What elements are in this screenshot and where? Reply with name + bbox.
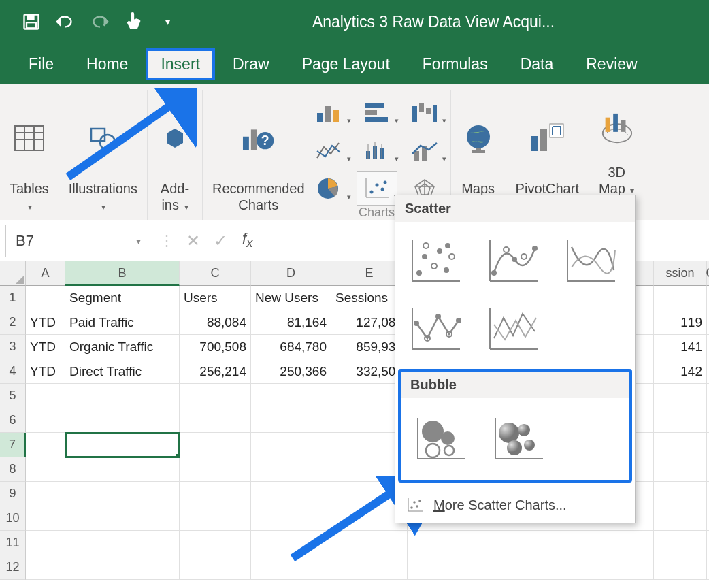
- bubble-chart[interactable]: [410, 412, 472, 466]
- cell[interactable]: [65, 555, 180, 580]
- stock-chart-button[interactable]: ▾: [357, 133, 397, 167]
- cell[interactable]: YTD: [26, 335, 65, 359]
- cell[interactable]: 700,508: [180, 335, 251, 359]
- enter-icon[interactable]: ✓: [207, 231, 234, 250]
- cell[interactable]: [65, 482, 180, 506]
- cell[interactable]: 88,084: [180, 310, 251, 335]
- cell[interactable]: [180, 433, 251, 457]
- tab-review[interactable]: Review: [571, 48, 652, 80]
- cell[interactable]: [26, 286, 65, 310]
- cell[interactable]: 119: [654, 310, 707, 335]
- cell[interactable]: [26, 555, 65, 580]
- col-header[interactable]: ssion: [654, 261, 707, 286]
- customize-qat-icon[interactable]: ▾: [156, 11, 178, 33]
- cell[interactable]: [654, 506, 707, 531]
- cell[interactable]: [654, 555, 707, 580]
- cell[interactable]: [654, 384, 707, 408]
- row-header[interactable]: 1: [0, 286, 26, 310]
- cell[interactable]: [180, 506, 251, 531]
- waterfall-chart-button[interactable]: ▾: [404, 95, 445, 129]
- cell[interactable]: [180, 457, 251, 482]
- cell[interactable]: [180, 482, 251, 506]
- scatter-straight-lines[interactable]: [482, 302, 544, 357]
- tab-formulas[interactable]: Formulas: [408, 48, 503, 80]
- row-header[interactable]: 3: [0, 335, 26, 359]
- ribbon-group-recommended-charts[interactable]: ? Recommended Charts: [203, 90, 309, 220]
- cell[interactable]: Segment: [65, 286, 180, 310]
- cell[interactable]: [26, 482, 65, 506]
- pie-chart-button[interactable]: ▾: [309, 172, 350, 206]
- cell[interactable]: 141: [654, 335, 707, 359]
- cell[interactable]: Paid Traffic: [65, 310, 180, 335]
- cell[interactable]: [408, 531, 654, 555]
- cell[interactable]: [251, 433, 331, 457]
- cell[interactable]: [65, 531, 180, 555]
- cell[interactable]: [408, 555, 654, 580]
- cell[interactable]: [654, 433, 707, 457]
- cell[interactable]: [26, 457, 65, 482]
- cell[interactable]: 250,366: [251, 359, 331, 384]
- undo-icon[interactable]: [54, 11, 76, 33]
- cell[interactable]: [654, 457, 707, 482]
- scatter-markers-only[interactable]: [405, 234, 466, 289]
- col-header[interactable]: A: [26, 261, 65, 286]
- line-chart-button[interactable]: ▾: [309, 133, 350, 167]
- cell[interactable]: 81,164: [251, 310, 331, 335]
- cell[interactable]: [654, 482, 707, 506]
- touch-mode-icon[interactable]: [122, 11, 144, 33]
- bubble-3d-chart[interactable]: [488, 412, 549, 466]
- cell[interactable]: Direct Traffic: [65, 359, 180, 384]
- cell[interactable]: [180, 384, 251, 408]
- row-header[interactable]: 10: [0, 506, 26, 531]
- cell[interactable]: [26, 531, 65, 555]
- tab-insert[interactable]: Insert: [146, 48, 215, 80]
- cell[interactable]: Organic Traffic: [65, 335, 180, 359]
- scatter-straight-lines-markers[interactable]: [405, 302, 466, 357]
- row-header[interactable]: 9: [0, 482, 26, 506]
- more-scatter-charts[interactable]: More Scatter Charts...: [395, 487, 635, 523]
- cell[interactable]: 142: [654, 359, 707, 384]
- tab-home[interactable]: Home: [71, 48, 143, 80]
- fx-icon[interactable]: fx: [242, 230, 252, 250]
- cell[interactable]: [654, 531, 707, 555]
- cell[interactable]: [26, 433, 65, 457]
- combo-chart-button[interactable]: ▾: [404, 133, 445, 167]
- cell[interactable]: [180, 408, 251, 433]
- select-all-corner[interactable]: [0, 261, 26, 286]
- row-header[interactable]: 11: [0, 531, 26, 555]
- scatter-smooth-lines-markers[interactable]: [482, 234, 544, 289]
- cell[interactable]: [26, 506, 65, 531]
- row-header[interactable]: 4: [0, 359, 26, 384]
- save-icon[interactable]: [20, 11, 42, 33]
- row-header[interactable]: 7: [0, 433, 26, 457]
- cell[interactable]: [65, 506, 180, 531]
- cell[interactable]: [65, 433, 180, 457]
- cancel-icon[interactable]: ✕: [180, 231, 207, 250]
- cell[interactable]: YTD: [26, 310, 65, 335]
- scatter-chart-button[interactable]: ▾: [357, 172, 397, 206]
- cell[interactable]: 256,214: [180, 359, 251, 384]
- ribbon-group-tables[interactable]: Tables: [0, 90, 59, 220]
- row-header[interactable]: 5: [0, 384, 26, 408]
- name-box[interactable]: B7▾: [5, 225, 148, 257]
- col-header[interactable]: D: [251, 261, 331, 286]
- cell[interactable]: [251, 384, 331, 408]
- cell[interactable]: [26, 384, 65, 408]
- bar-chart-button[interactable]: ▾: [357, 95, 397, 129]
- scatter-smooth-lines[interactable]: [560, 234, 621, 289]
- col-header[interactable]: C: [180, 261, 251, 286]
- row-header[interactable]: 12: [0, 555, 26, 580]
- row-header[interactable]: 2: [0, 310, 26, 335]
- row-header[interactable]: 6: [0, 408, 26, 433]
- row-header[interactable]: 8: [0, 457, 26, 482]
- cell[interactable]: [654, 408, 707, 433]
- cell[interactable]: [65, 457, 180, 482]
- tab-file[interactable]: File: [14, 48, 69, 80]
- cell[interactable]: [26, 408, 65, 433]
- column-chart-button[interactable]: ▾: [309, 95, 350, 129]
- cell[interactable]: New Users: [251, 286, 331, 310]
- tab-draw[interactable]: Draw: [218, 48, 284, 80]
- cell[interactable]: [654, 286, 707, 310]
- cell[interactable]: [180, 555, 251, 580]
- cell[interactable]: [65, 408, 180, 433]
